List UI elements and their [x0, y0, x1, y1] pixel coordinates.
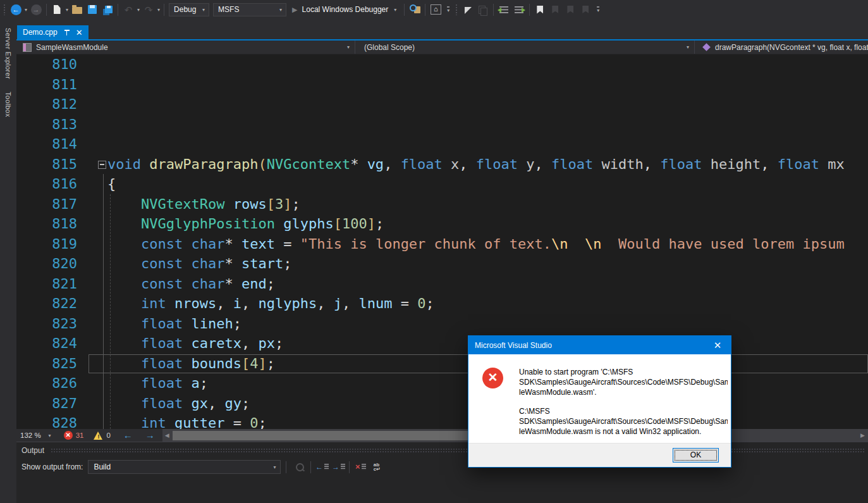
increase-indent-icon[interactable]: [511, 2, 527, 17]
line-number: 820: [16, 254, 77, 274]
code-line[interactable]: 822 int nrows, i, nglyphs, j, lnum = 0;: [16, 294, 868, 314]
code-editor[interactable]: 810811812813814815void drawParagraph(NVG…: [16, 54, 868, 429]
new-file-icon[interactable]: [49, 2, 64, 17]
pin-icon[interactable]: [63, 29, 70, 36]
warning-count[interactable]: 0: [106, 432, 110, 439]
find-in-files-icon[interactable]: [407, 2, 422, 17]
warning-icon[interactable]: !: [94, 432, 103, 440]
code-line[interactable]: 823 float lineh;: [16, 314, 868, 334]
dialog-message-line: leWasmModule.wasm'.: [519, 387, 728, 397]
code-line[interactable]: 816{: [16, 174, 868, 194]
start-debugging-button[interactable]: ▶Local Windows Debugger▾: [288, 5, 401, 14]
error-icon[interactable]: ✕: [64, 431, 73, 440]
solution-configuration-dropdown[interactable]: Debug▾: [169, 3, 209, 16]
output-source-dropdown[interactable]: Build ▾: [88, 460, 281, 474]
open-file-icon[interactable]: [70, 2, 85, 17]
undo-icon: ↶: [121, 2, 136, 17]
code-line[interactable]: 812: [16, 94, 868, 115]
lines-glyph: [362, 464, 366, 470]
lines-glyph: [324, 464, 329, 470]
code-line[interactable]: 819 const char* text = "This is longer c…: [16, 234, 868, 254]
error-icon: ✕: [482, 368, 503, 388]
save-all-icon[interactable]: [100, 2, 115, 17]
code-line[interactable]: 818 NVGglyphPosition glyphs[100];: [16, 214, 868, 234]
scroll-right-icon[interactable]: ▶: [860, 429, 865, 442]
code-text: int nrows, i, nglyphs, j, lnum = 0;: [107, 294, 868, 314]
toolbar-overflow-icon[interactable]: ▾: [597, 6, 599, 13]
chevron-down-icon: ▾: [394, 7, 396, 13]
project-dropdown[interactable]: SampleWasmModule ▾: [16, 40, 355, 54]
navigate-backward-icon[interactable]: ←: [123, 431, 133, 440]
panel-drag-handle[interactable]: [51, 448, 864, 454]
toolbar-separator: [425, 4, 425, 16]
code-line[interactable]: 815void drawParagraph(NVGcontext* vg, fl…: [16, 154, 868, 175]
scope-dropdown[interactable]: (Global Scope) ▾: [355, 40, 694, 54]
decrease-indent-icon[interactable]: [496, 2, 511, 17]
collapse-region-icon[interactable]: [98, 161, 106, 169]
code-line[interactable]: 810: [16, 54, 868, 75]
indent-guide-line: [110, 194, 111, 430]
next-bookmark-icon: [563, 2, 578, 17]
line-number: 824: [16, 333, 77, 354]
new-file-caret-icon[interactable]: ▾: [66, 7, 68, 13]
error-count[interactable]: 31: [76, 432, 84, 439]
toggle-bookmark-icon[interactable]: [532, 2, 547, 17]
code-line[interactable]: 814: [16, 134, 868, 154]
error-dialog: Microsoft Visual Studio ✕ ✕ Unable to st…: [468, 335, 731, 468]
member-dropdown[interactable]: drawParagraph(NVGcontext * vg, float x, …: [695, 40, 868, 54]
previous-message-icon[interactable]: ←: [314, 460, 330, 474]
output-toolbar: Show output from: Build ▾ ← → × abc↵: [16, 458, 868, 476]
code-line[interactable]: 824 float caretx, px;: [16, 333, 868, 354]
dialog-body: ✕ Unable to start program 'C:\MSFSSDK\Sa…: [468, 354, 731, 443]
toolbar-overflow-icon[interactable]: ▾: [447, 6, 449, 13]
next-message-icon[interactable]: →: [330, 460, 346, 474]
output-content[interactable]: [16, 476, 868, 503]
scroll-left-icon[interactable]: ◀: [165, 429, 169, 442]
left-tool-tabs: Server ExplorerToolbox: [0, 19, 16, 503]
word-wrap-icon[interactable]: abc↵: [369, 460, 385, 474]
ok-button[interactable]: OK: [673, 448, 719, 463]
chevron-down-icon: ▾: [687, 44, 689, 50]
code-line[interactable]: 826 float a;: [16, 373, 868, 394]
dialog-titlebar[interactable]: Microsoft Visual Studio ✕: [468, 336, 731, 354]
code-line[interactable]: 828 int gutter = 0;: [16, 413, 868, 429]
line-number: 821: [16, 274, 77, 294]
main-toolbar: ←▾→▾↶▾↷▾Debug▾MSFS▾▶Local Windows Debugg…: [0, 0, 868, 19]
nav-back-icon[interactable]: ←: [8, 2, 23, 17]
dialog-message-line: SDK\Samples\GaugeAircraft\Sources\Code\M…: [519, 416, 728, 426]
code-line[interactable]: 820 const char* start;: [16, 254, 868, 274]
sidebar-tab-toolbox[interactable]: Toolbox: [4, 92, 12, 117]
code-line[interactable]: 817 NVGtextRow rows[3];: [16, 194, 868, 214]
close-icon[interactable]: ✕: [76, 29, 83, 36]
close-icon[interactable]: ✕: [704, 336, 731, 354]
selection-pointer-icon[interactable]: [460, 2, 475, 17]
toolbar-separator: [529, 4, 530, 16]
nav-back-caret-icon[interactable]: ▾: [25, 7, 27, 13]
toolbar-grip[interactable]: [455, 4, 458, 15]
solution-platform-dropdown[interactable]: MSFS▾: [213, 3, 286, 16]
toolbar-grip[interactable]: [3, 4, 6, 15]
right-arrow-glyph: →: [332, 463, 339, 471]
tab-title: Demo.cpp: [23, 28, 58, 37]
left-arrow-glyph: ←: [315, 463, 323, 471]
code-line[interactable]: 825 float bounds[4];: [16, 354, 868, 374]
tab-demo-cpp[interactable]: Demo.cpp ✕: [17, 25, 89, 39]
line-number: 825: [16, 354, 77, 374]
code-line[interactable]: 813: [16, 115, 868, 135]
toolbar-separator: [310, 461, 311, 473]
attach-to-process-icon[interactable]: ⌂: [428, 2, 443, 17]
sidebar-tab-server-explorer[interactable]: Server Explorer: [4, 28, 12, 79]
clear-all-icon[interactable]: ×: [352, 460, 369, 474]
dialog-message-line: leWasmModule.wasm is not a valid Win32 a…: [519, 426, 728, 437]
code-line[interactable]: 827 float gx, gy;: [16, 394, 868, 414]
output-panel-titlebar[interactable]: Output: [16, 442, 868, 458]
code-line[interactable]: 811: [16, 75, 868, 95]
editor-zoom-dropdown[interactable]: 132 % ▾: [16, 432, 55, 439]
save-icon[interactable]: [85, 2, 100, 17]
code-line[interactable]: 821 const char* end;: [16, 274, 868, 294]
line-number: 815: [16, 154, 77, 175]
navigate-forward-icon[interactable]: →: [145, 431, 155, 440]
dialog-message-paragraph: C:\MSFSSDK\Samples\GaugeAircraft\Sources…: [519, 406, 728, 437]
line-number: 823: [16, 314, 77, 334]
show-output-from-label: Show output from:: [21, 463, 83, 471]
